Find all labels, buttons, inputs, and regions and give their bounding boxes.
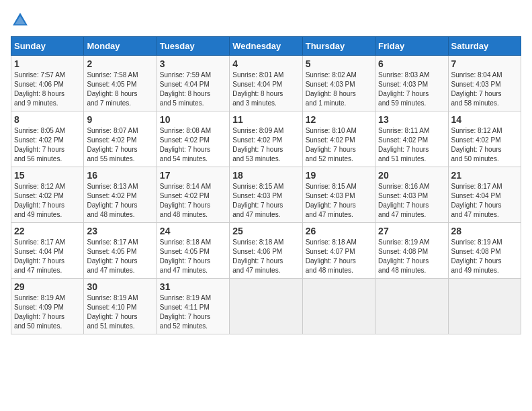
- day-number: 10: [160, 114, 226, 125]
- calendar-cell: 9Sunrise: 8:07 AMSunset: 4:02 PMDaylight…: [84, 111, 157, 167]
- calendar-cell: 14Sunrise: 8:12 AMSunset: 4:02 PMDayligh…: [448, 111, 521, 167]
- day-info: Sunrise: 8:09 AMSunset: 4:02 PMDaylight:…: [232, 126, 299, 164]
- day-info: Sunrise: 8:07 AMSunset: 4:02 PMDaylight:…: [87, 126, 153, 164]
- day-number: 14: [451, 114, 518, 125]
- day-number: 18: [232, 170, 299, 181]
- day-info: Sunrise: 8:12 AMSunset: 4:02 PMDaylight:…: [14, 182, 81, 220]
- calendar-cell: 30Sunrise: 8:19 AMSunset: 4:10 PMDayligh…: [84, 279, 157, 334]
- calendar-cell: 24Sunrise: 8:18 AMSunset: 4:05 PMDayligh…: [157, 223, 229, 279]
- day-number: 3: [160, 58, 226, 69]
- day-info: Sunrise: 8:13 AMSunset: 4:02 PMDaylight:…: [87, 182, 153, 220]
- calendar-cell: 20Sunrise: 8:16 AMSunset: 4:03 PMDayligh…: [375, 167, 448, 223]
- calendar-cell: 2Sunrise: 7:58 AMSunset: 4:05 PMDaylight…: [84, 56, 157, 111]
- col-header-saturday: Saturday: [448, 37, 521, 56]
- calendar-table: SundayMondayTuesdayWednesdayThursdayFrid…: [11, 36, 521, 334]
- day-number: 9: [87, 114, 153, 125]
- logo-icon: [11, 11, 30, 30]
- day-info: Sunrise: 8:11 AMSunset: 4:02 PMDaylight:…: [378, 126, 445, 164]
- page-header: [11, 11, 521, 30]
- day-number: 27: [378, 226, 445, 236]
- calendar-cell: 5Sunrise: 8:02 AMSunset: 4:03 PMDaylight…: [302, 56, 375, 111]
- calendar-cell: 23Sunrise: 8:17 AMSunset: 4:05 PMDayligh…: [84, 223, 157, 279]
- day-number: 17: [160, 170, 226, 181]
- day-info: Sunrise: 8:08 AMSunset: 4:02 PMDaylight:…: [160, 126, 226, 164]
- day-number: 25: [232, 226, 299, 236]
- calendar-cell: [375, 279, 448, 334]
- day-number: 21: [451, 170, 518, 181]
- day-info: Sunrise: 8:02 AMSunset: 4:03 PMDaylight:…: [306, 71, 372, 108]
- day-number: 12: [306, 114, 372, 125]
- week-row-2: 8Sunrise: 8:05 AMSunset: 4:02 PMDaylight…: [11, 111, 521, 167]
- day-info: Sunrise: 8:18 AMSunset: 4:06 PMDaylight:…: [232, 238, 299, 275]
- calendar-cell: 29Sunrise: 8:19 AMSunset: 4:09 PMDayligh…: [11, 279, 84, 334]
- day-number: 24: [160, 226, 226, 236]
- day-number: 30: [87, 281, 153, 292]
- day-number: 28: [451, 226, 518, 236]
- day-number: 11: [232, 114, 299, 125]
- day-info: Sunrise: 7:59 AMSunset: 4:04 PMDaylight:…: [160, 71, 226, 108]
- calendar-cell: 28Sunrise: 8:19 AMSunset: 4:08 PMDayligh…: [448, 223, 521, 279]
- week-row-4: 22Sunrise: 8:17 AMSunset: 4:04 PMDayligh…: [11, 223, 521, 279]
- day-info: Sunrise: 8:01 AMSunset: 4:04 PMDaylight:…: [232, 71, 299, 108]
- day-info: Sunrise: 8:10 AMSunset: 4:02 PMDaylight:…: [306, 126, 372, 164]
- day-info: Sunrise: 8:18 AMSunset: 4:05 PMDaylight:…: [160, 238, 226, 275]
- logo: [11, 11, 32, 30]
- day-number: 26: [306, 226, 372, 236]
- col-header-wednesday: Wednesday: [230, 37, 302, 56]
- day-info: Sunrise: 8:04 AMSunset: 4:03 PMDaylight:…: [451, 71, 518, 108]
- day-number: 29: [14, 281, 81, 292]
- week-row-3: 15Sunrise: 8:12 AMSunset: 4:02 PMDayligh…: [11, 167, 521, 223]
- calendar-cell: 11Sunrise: 8:09 AMSunset: 4:02 PMDayligh…: [230, 111, 302, 167]
- calendar-cell: 15Sunrise: 8:12 AMSunset: 4:02 PMDayligh…: [11, 167, 84, 223]
- day-number: 1: [14, 58, 81, 69]
- calendar-cell: [448, 279, 521, 334]
- calendar-cell: 7Sunrise: 8:04 AMSunset: 4:03 PMDaylight…: [448, 56, 521, 111]
- calendar-cell: 26Sunrise: 8:18 AMSunset: 4:07 PMDayligh…: [302, 223, 375, 279]
- day-number: 23: [87, 226, 153, 236]
- calendar-cell: 3Sunrise: 7:59 AMSunset: 4:04 PMDaylight…: [157, 56, 229, 111]
- day-info: Sunrise: 8:16 AMSunset: 4:03 PMDaylight:…: [378, 182, 445, 220]
- day-info: Sunrise: 7:57 AMSunset: 4:06 PMDaylight:…: [14, 71, 81, 108]
- day-info: Sunrise: 8:17 AMSunset: 4:04 PMDaylight:…: [451, 182, 518, 220]
- day-info: Sunrise: 8:12 AMSunset: 4:02 PMDaylight:…: [451, 126, 518, 164]
- day-number: 4: [232, 58, 299, 69]
- calendar-cell: 17Sunrise: 8:14 AMSunset: 4:02 PMDayligh…: [157, 167, 229, 223]
- col-header-sunday: Sunday: [11, 37, 84, 56]
- day-info: Sunrise: 8:17 AMSunset: 4:05 PMDaylight:…: [87, 238, 153, 275]
- col-header-tuesday: Tuesday: [157, 37, 229, 56]
- day-info: Sunrise: 8:19 AMSunset: 4:08 PMDaylight:…: [451, 238, 518, 275]
- day-number: 15: [14, 170, 81, 181]
- calendar-cell: 25Sunrise: 8:18 AMSunset: 4:06 PMDayligh…: [230, 223, 302, 279]
- calendar-cell: 6Sunrise: 8:03 AMSunset: 4:03 PMDaylight…: [375, 56, 448, 111]
- col-header-monday: Monday: [84, 37, 157, 56]
- calendar-cell: [302, 279, 375, 334]
- calendar-cell: 27Sunrise: 8:19 AMSunset: 4:08 PMDayligh…: [375, 223, 448, 279]
- calendar-cell: 10Sunrise: 8:08 AMSunset: 4:02 PMDayligh…: [157, 111, 229, 167]
- calendar-cell: [230, 279, 302, 334]
- calendar-header: SundayMondayTuesdayWednesdayThursdayFrid…: [11, 37, 521, 56]
- day-info: Sunrise: 8:19 AMSunset: 4:10 PMDaylight:…: [87, 293, 153, 331]
- day-number: 31: [160, 281, 226, 292]
- day-number: 22: [14, 226, 81, 236]
- day-number: 5: [306, 58, 372, 69]
- day-info: Sunrise: 8:03 AMSunset: 4:03 PMDaylight:…: [378, 71, 445, 108]
- day-number: 2: [87, 58, 153, 69]
- calendar-cell: 19Sunrise: 8:15 AMSunset: 4:03 PMDayligh…: [302, 167, 375, 223]
- calendar-cell: 12Sunrise: 8:10 AMSunset: 4:02 PMDayligh…: [302, 111, 375, 167]
- day-number: 19: [306, 170, 372, 181]
- day-number: 20: [378, 170, 445, 181]
- day-info: Sunrise: 8:19 AMSunset: 4:08 PMDaylight:…: [378, 238, 445, 275]
- col-header-friday: Friday: [375, 37, 448, 56]
- calendar-cell: 8Sunrise: 8:05 AMSunset: 4:02 PMDaylight…: [11, 111, 84, 167]
- day-number: 13: [378, 114, 445, 125]
- day-info: Sunrise: 8:15 AMSunset: 4:03 PMDaylight:…: [232, 182, 299, 220]
- calendar-cell: 18Sunrise: 8:15 AMSunset: 4:03 PMDayligh…: [230, 167, 302, 223]
- day-info: Sunrise: 8:19 AMSunset: 4:09 PMDaylight:…: [14, 293, 81, 331]
- calendar-cell: 21Sunrise: 8:17 AMSunset: 4:04 PMDayligh…: [448, 167, 521, 223]
- day-info: Sunrise: 8:14 AMSunset: 4:02 PMDaylight:…: [160, 182, 226, 220]
- calendar-cell: 13Sunrise: 8:11 AMSunset: 4:02 PMDayligh…: [375, 111, 448, 167]
- calendar-cell: 1Sunrise: 7:57 AMSunset: 4:06 PMDaylight…: [11, 56, 84, 111]
- day-number: 7: [451, 58, 518, 69]
- calendar-cell: 4Sunrise: 8:01 AMSunset: 4:04 PMDaylight…: [230, 56, 302, 111]
- week-row-1: 1Sunrise: 7:57 AMSunset: 4:06 PMDaylight…: [11, 56, 521, 111]
